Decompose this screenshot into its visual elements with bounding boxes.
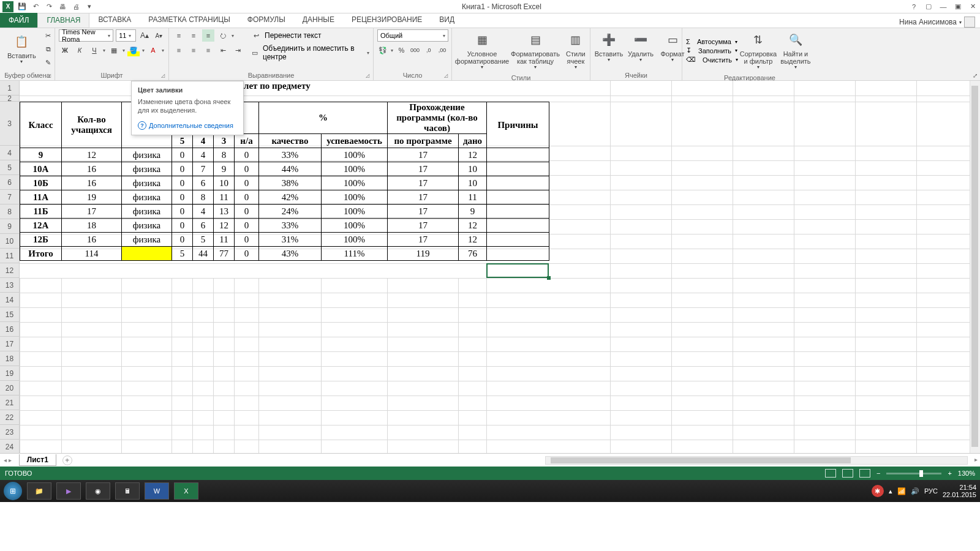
- explorer-icon[interactable]: 📁: [27, 482, 51, 500]
- table-cell[interactable]: [487, 204, 549, 219]
- find-select-button[interactable]: 🔍Найти и выделить▾: [778, 29, 813, 73]
- input-lang[interactable]: РУС: [924, 487, 938, 495]
- table-cell[interactable]: 9: [20, 148, 62, 162]
- table-cell[interactable]: [122, 247, 172, 261]
- align-left-icon[interactable]: ≡: [173, 44, 185, 56]
- decrease-decimal-icon[interactable]: ,00: [437, 44, 448, 56]
- table-cell[interactable]: 8: [193, 190, 214, 204]
- table-cell[interactable]: 5: [172, 134, 193, 148]
- table-cell[interactable]: 0: [235, 219, 259, 233]
- wrap-text-button[interactable]: ↩Перенести текст: [250, 29, 369, 42]
- row-header[interactable]: 14: [0, 293, 20, 307]
- row-header[interactable]: 22: [0, 410, 20, 425]
- table-cell[interactable]: 38%: [259, 176, 322, 190]
- table-cell[interactable]: 8: [214, 148, 235, 162]
- row-header[interactable]: 12: [0, 263, 20, 278]
- network-icon[interactable]: 📶: [897, 487, 906, 495]
- table-cell[interactable]: качество: [259, 134, 322, 148]
- worksheet-grid[interactable]: 123456789101112131415161718192021222324 …: [0, 81, 980, 453]
- font-name-combo[interactable]: Times New Roma▾: [59, 29, 113, 42]
- underline-button[interactable]: Ч: [88, 44, 100, 56]
- table-cell[interactable]: Прохождение программы (кол-во часов): [388, 102, 487, 134]
- borders-icon[interactable]: ▦: [108, 44, 120, 56]
- dialog-launcher-icon[interactable]: ◿: [366, 73, 372, 79]
- fill-button[interactable]: ↧ Заполнить▾: [686, 47, 738, 54]
- cut-icon[interactable]: ✂: [42, 29, 55, 42]
- row-header[interactable]: 20: [0, 381, 20, 395]
- dialog-launcher-icon[interactable]: ◿: [47, 73, 53, 79]
- decrease-font-icon[interactable]: A▾: [153, 29, 165, 42]
- bold-button[interactable]: Ж: [59, 44, 71, 56]
- row-header[interactable]: 16: [0, 322, 20, 337]
- table-cell[interactable]: 16: [62, 233, 122, 247]
- table-cell[interactable]: 0: [235, 162, 259, 176]
- decrease-indent-icon[interactable]: ⇤: [217, 44, 229, 56]
- row-header[interactable]: 11: [0, 249, 20, 263]
- table-cell[interactable]: 6: [193, 219, 214, 233]
- align-center-icon[interactable]: ≡: [187, 44, 200, 56]
- zoom-level[interactable]: 130%: [958, 470, 975, 477]
- hscroll-right-icon[interactable]: ▸: [974, 456, 978, 463]
- qat-customize-icon[interactable]: ▾: [85, 2, 94, 12]
- page-break-view-icon[interactable]: [859, 469, 870, 478]
- dialog-launcher-icon[interactable]: ◿: [161, 73, 167, 79]
- table-cell[interactable]: 10: [214, 176, 235, 190]
- user-name[interactable]: Нина Анисимова ▾: [894, 17, 980, 28]
- row-header[interactable]: 13: [0, 278, 20, 293]
- table-cell[interactable]: 119: [388, 247, 459, 261]
- table-cell[interactable]: 0: [172, 176, 193, 190]
- tray-app-icon[interactable]: ✱: [872, 485, 884, 497]
- table-cell[interactable]: 42%: [259, 190, 322, 204]
- row-header[interactable]: 7: [0, 190, 20, 204]
- ribbon-tab[interactable]: РЕЦЕНЗИРОВАНИЕ: [343, 13, 431, 28]
- print-preview-icon[interactable]: 🖨: [71, 2, 81, 12]
- comma-format-icon[interactable]: 000: [409, 44, 420, 56]
- table-cell[interactable]: 12Б: [20, 233, 62, 247]
- table-cell[interactable]: 0: [172, 148, 193, 162]
- ribbon-tab[interactable]: ДАННЫЕ: [294, 13, 343, 28]
- sheet-tab[interactable]: Лист1: [19, 454, 56, 466]
- table-cell[interactable]: 10: [459, 176, 487, 190]
- table-cell[interactable]: 17: [388, 233, 459, 247]
- row-header[interactable]: 21: [0, 395, 20, 410]
- table-cell[interactable]: 17: [388, 190, 459, 204]
- table-cell[interactable]: 11: [214, 190, 235, 204]
- delete-cells-button[interactable]: ➖Удалить▾: [626, 29, 655, 66]
- table-cell[interactable]: 6: [193, 176, 214, 190]
- table-cell[interactable]: 11: [459, 190, 487, 204]
- orientation-icon[interactable]: ⭮: [217, 29, 229, 42]
- add-sheet-button[interactable]: +: [62, 455, 72, 465]
- table-cell[interactable]: 13: [214, 204, 235, 219]
- insert-cells-button[interactable]: ➕Вставить▾: [594, 29, 624, 66]
- table-cell[interactable]: 5: [172, 247, 193, 261]
- table-cell[interactable]: 17: [388, 219, 459, 233]
- maximize-icon[interactable]: ▣: [953, 2, 963, 12]
- row-header[interactable]: 6: [0, 175, 20, 190]
- zoom-in-icon[interactable]: +: [948, 470, 951, 477]
- table-cell[interactable]: 9: [214, 162, 235, 176]
- table-cell[interactable]: 100%: [322, 190, 388, 204]
- table-cell[interactable]: 10Б: [20, 176, 62, 190]
- autosum-button[interactable]: Σ Автосумма▾: [686, 38, 738, 45]
- table-cell[interactable]: 7: [193, 162, 214, 176]
- table-cell[interactable]: [487, 233, 549, 247]
- show-hidden-icon[interactable]: ▴: [889, 487, 892, 495]
- table-cell[interactable]: Итого: [20, 247, 62, 261]
- table-cell[interactable]: 33%: [259, 219, 322, 233]
- table-cell[interactable]: н/а: [235, 134, 259, 148]
- font-size-combo[interactable]: 11▾: [116, 29, 136, 42]
- table-cell[interactable]: 17: [388, 148, 459, 162]
- zoom-out-icon[interactable]: −: [876, 470, 880, 477]
- table-cell[interactable]: успеваемость: [322, 134, 388, 148]
- table-cell[interactable]: 16: [62, 176, 122, 190]
- table-cell[interactable]: 76: [459, 247, 487, 261]
- table-cell[interactable]: 111%: [322, 247, 388, 261]
- row-header[interactable]: 10: [0, 234, 20, 249]
- table-cell[interactable]: 12: [459, 148, 487, 162]
- table-cell[interactable]: 0: [235, 176, 259, 190]
- table-cell[interactable]: 11А: [20, 190, 62, 204]
- table-cell[interactable]: физика: [122, 176, 172, 190]
- table-cell[interactable]: Класс: [20, 102, 62, 148]
- table-cell[interactable]: [487, 176, 549, 190]
- format-as-table-button[interactable]: ▤Форматировать как таблицу▾: [511, 29, 560, 73]
